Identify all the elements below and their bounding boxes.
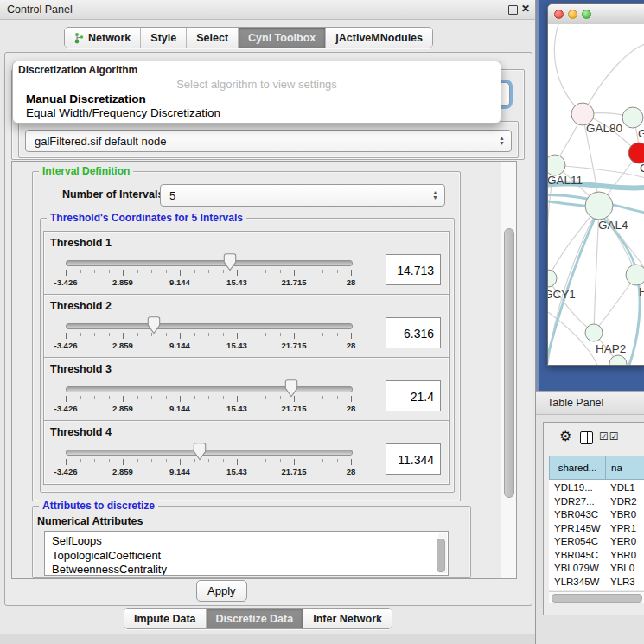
slider-tick [137,270,138,273]
slider-tick [223,333,224,336]
table-row[interactable]: YLR345WYLR3 [549,576,644,590]
slider-tick-label: 21.715 [281,404,306,413]
slider-tick [237,396,238,402]
attribute-list-item[interactable]: TopologicalCoefficient [45,549,448,564]
threshold-value-field[interactable]: 14.713 [386,254,441,285]
control-panel-window: Control Panel ✕ NetworkStyleSelectCyni T… [0,0,536,644]
algorithm-option-equal-width[interactable]: Equal Width/Frequency Discretization [26,106,220,119]
slider-tick [309,270,309,273]
slider-track[interactable] [66,386,353,392]
cell-name: YBR0 [610,509,636,520]
network-node-hap2[interactable] [585,324,603,341]
tab-infer-network[interactable]: Infer Network [303,609,392,628]
slider-tick [166,270,167,273]
network-window-titlebar[interactable] [548,4,644,25]
table-panel-titlebar[interactable]: Table Panel [536,391,644,415]
table-row[interactable]: YDL19...YDL1 [549,481,644,495]
table-row[interactable]: YBR045CYBR0 [549,549,644,563]
network-node-h[interactable] [626,265,644,285]
network-node-gcy1[interactable] [548,270,557,287]
cell-shared-name: YBR043C [554,509,598,520]
network-node-label: GA [638,127,644,140]
control-panel-titlebar: Control Panel ✕ [0,0,535,20]
slider-tick [265,459,266,462]
slider-tick-label: 9.144 [169,404,190,413]
attribute-list-item[interactable]: BetweennessCentrality [45,563,448,576]
attribute-list-item[interactable]: SelfLoops [45,534,448,549]
network-node-label: GAL4 [598,219,628,232]
network-edge[interactable] [583,44,644,114]
zoom-traffic-light[interactable] [582,10,591,19]
slider-tick [337,270,338,273]
attributes-scrollbar[interactable] [438,533,447,573]
network-node-ga[interactable] [622,107,643,128]
column-header-shared-name[interactable]: shared... [549,456,606,480]
float-window-icon[interactable] [508,5,518,15]
algorithm-placeholder-option[interactable]: Select algorithm to view settings [13,78,501,91]
slider-tick-label: -3.426 [54,341,78,350]
algorithm-option-manual[interactable]: Manual Discretization [26,92,146,105]
table-row[interactable]: YER054CYER0 [549,535,644,549]
table-row[interactable]: YPR145WYPR1 [549,522,644,536]
slider-track[interactable] [66,323,353,329]
slider-tick-label: 28 [347,277,356,287]
table-row[interactable]: YIL052CYIL0 [549,589,644,590]
slider-tick [237,459,238,465]
close-traffic-light[interactable] [554,10,564,19]
number-of-intervals-value: 5 [169,189,175,202]
number-of-intervals-combobox[interactable]: 5 ▲▼ [160,184,445,207]
column-layout-icon[interactable] [580,431,593,444]
network-node[interactable] [609,355,627,365]
table-row[interactable]: YDR27...YDR2 [549,495,644,509]
slider-thumb[interactable] [223,253,237,271]
slider-tick [208,270,209,273]
threshold-value-field[interactable]: 6.316 [386,317,441,348]
settings-vertical-scrollbar[interactable] [501,162,516,578]
slider-thumb[interactable] [284,379,298,398]
tab-label: Cyni Toolbox [248,32,316,44]
network-node-label: HAP2 [596,342,626,355]
slider-tick-label: 9.144 [169,467,190,476]
network-edge[interactable] [554,24,583,114]
apply-button[interactable]: Apply [196,580,247,602]
threshold-panel-4: Threshold 4-3.4262.8599.14415.4321.71528… [43,420,450,485]
slider-tick [151,459,152,462]
thresholds-group-title: Threshold's Coordinates for 5 Intervals [47,212,246,224]
slider-track[interactable] [66,450,353,456]
table-row[interactable]: YBR043CYBR0 [549,508,644,522]
column-header-name[interactable]: na [605,456,644,480]
tab-jactivemnodules[interactable]: jActiveMNodules [326,28,432,48]
gear-icon[interactable]: ⚙ [559,430,571,443]
close-icon[interactable]: ✕ [521,3,530,15]
numerical-attributes-list[interactable]: SelfLoopsTopologicalCoefficientBetweenne… [44,531,449,576]
slider-track[interactable] [66,260,353,266]
slider-tick [80,459,81,462]
cell-shared-name: YBR045C [554,550,598,560]
tab-network[interactable]: Network [65,28,141,48]
tab-select[interactable]: Select [187,28,239,48]
table-scrollbar-thumb[interactable] [552,594,642,603]
threshold-value-field[interactable]: 21.4 [386,380,441,411]
slider-thumb[interactable] [147,316,161,335]
table-row[interactable]: YBL079WYBL0 [549,562,644,576]
threshold-value-field[interactable]: 11.344 [386,443,441,475]
tab-discretize-data[interactable]: Discretize Data [207,609,304,628]
tab-style[interactable]: Style [141,28,187,48]
network-canvas[interactable]: GAL80GACGAL11GAL4GCY1HHAP2 [548,24,644,365]
table-horizontal-scrollbar[interactable] [549,591,644,603]
tab-impute-data[interactable]: Impute Data [124,609,207,628]
slider-tick [309,333,309,336]
cell-name: YIL0 [610,590,631,590]
settings-scrollbar-thumb[interactable] [504,228,514,498]
slider-tick-label: -3.426 [54,404,78,413]
minimize-traffic-light[interactable] [568,10,577,19]
threshold-panel-3: Threshold 3-3.4262.8599.14415.4321.71528… [43,357,450,422]
tab-cyni-toolbox[interactable]: Cyni Toolbox [239,28,326,48]
network-node-gal4[interactable] [585,192,613,220]
slider-thumb[interactable] [193,443,207,461]
network-node-gal11[interactable] [548,155,565,175]
checkbox-icons[interactable]: ☑☑ [599,430,620,443]
table-data-combobox[interactable]: galFiltered.sif default node ▲▼ [25,130,512,152]
slider-tick [337,396,338,399]
attributes-scrollbar-thumb[interactable] [437,539,445,572]
